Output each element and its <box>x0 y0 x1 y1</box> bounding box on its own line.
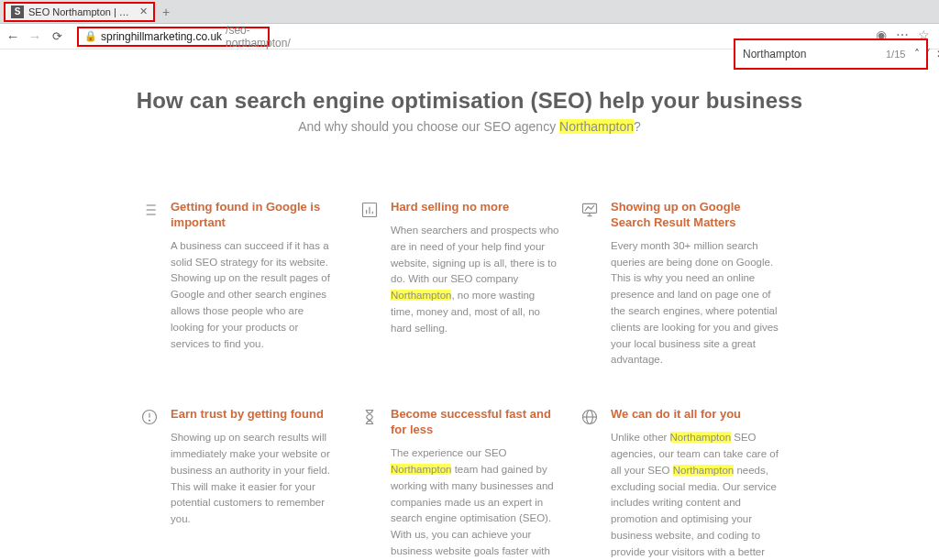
page-subtitle: And why should you choose our SEO agency… <box>0 119 939 134</box>
forward-button: → <box>28 29 42 44</box>
new-tab-button[interactable]: + <box>162 5 170 19</box>
reload-button[interactable]: ⟳ <box>50 29 64 44</box>
hourglass-icon <box>359 407 380 427</box>
browser-tab-active[interactable]: S SEO Northampton | Search Engi ✕ <box>4 2 155 22</box>
find-in-page-bar: 1/15 ˄ ˅ ✕ <box>734 38 928 70</box>
alert-icon <box>139 407 160 427</box>
card-body: A business can succeed if it has a solid… <box>171 238 339 353</box>
url-domain: springhillmarketing.co.uk <box>101 30 222 43</box>
page-title: How can search engine optimisation (SEO)… <box>0 88 939 114</box>
card-showing-up: Showing up on Google Search Result Matte… <box>580 200 800 368</box>
highlight: Northampton <box>559 119 634 134</box>
card-body: Showing up on search results will immedi… <box>171 430 339 528</box>
browser-tab-bar: S SEO Northampton | Search Engi ✕ + <box>0 0 939 24</box>
highlight: Northampton <box>673 465 734 476</box>
close-icon[interactable]: ✕ <box>139 5 148 17</box>
find-prev-button[interactable]: ˄ <box>914 48 920 60</box>
back-button[interactable]: ← <box>6 29 20 44</box>
find-next-button[interactable]: ˅ <box>925 48 931 60</box>
card-body: When searchers and prospects who are in … <box>391 223 559 337</box>
url-path: /seo-northampton/ <box>226 24 291 49</box>
url-field[interactable]: 🔒 springhillmarketing.co.uk/seo-northamp… <box>77 27 270 47</box>
card-getting-found: Getting found in Google is important A b… <box>139 200 359 368</box>
find-input[interactable] <box>743 48 880 60</box>
page-content: How can search engine optimisation (SEO)… <box>0 49 939 560</box>
favicon: S <box>11 5 24 18</box>
feature-grid: Getting found in Google is important A b… <box>116 200 823 560</box>
card-hard-selling: Hard selling no more When searchers and … <box>359 200 580 368</box>
bar-chart-icon <box>359 200 380 220</box>
card-title: Getting found in Google is important <box>171 200 339 231</box>
card-we-can-do-it: We can do it all for you Unlike other No… <box>580 407 800 560</box>
card-title: Showing up on Google Search Result Matte… <box>611 200 779 231</box>
card-become-successful: Become successful fast and for less The … <box>359 407 580 560</box>
card-title: We can do it all for you <box>611 407 779 423</box>
lock-icon: 🔒 <box>84 30 97 42</box>
highlight: Northampton <box>391 290 451 301</box>
svg-point-15 <box>149 421 150 422</box>
card-title: Hard selling no more <box>391 200 559 215</box>
card-title: Earn trust by getting found <box>171 407 339 423</box>
find-count: 1/15 <box>886 49 905 60</box>
card-earn-trust: Earn trust by getting found Showing up o… <box>139 407 359 560</box>
hero: How can search engine optimisation (SEO)… <box>0 88 939 134</box>
highlight: Northampton <box>391 464 451 475</box>
card-body: Unlike other Northampton SEO agencies, o… <box>611 430 779 560</box>
card-body: The experience our SEO Northampton team … <box>391 445 559 560</box>
globe-icon <box>580 407 600 427</box>
list-icon <box>139 200 160 220</box>
presentation-icon <box>580 200 600 220</box>
highlight: Northampton <box>670 432 731 443</box>
card-title: Become successful fast and for less <box>391 407 559 438</box>
tab-title: SEO Northampton | Search Engi <box>28 6 135 17</box>
card-body: Every month 30+ million search queries a… <box>611 238 779 369</box>
